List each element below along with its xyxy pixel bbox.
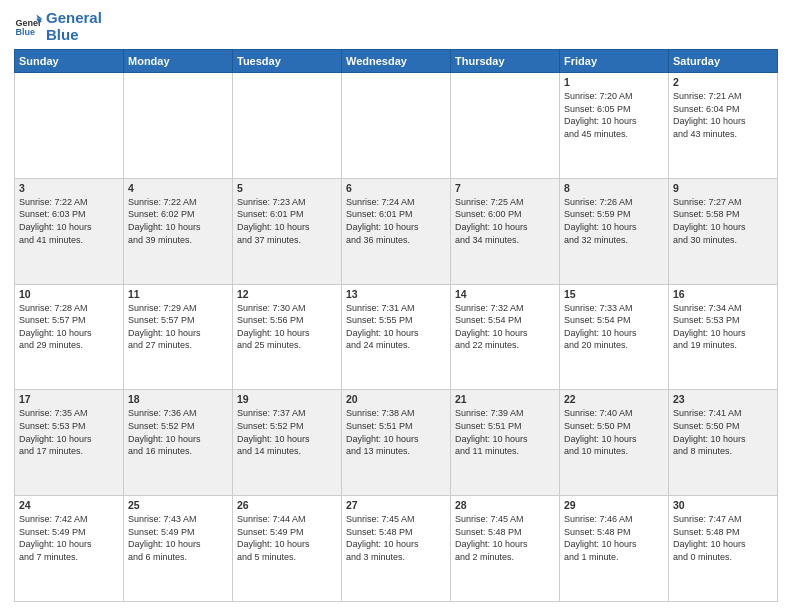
day-number: 25 bbox=[128, 499, 228, 511]
day-number: 16 bbox=[673, 288, 773, 300]
day-info: Sunrise: 7:28 AM Sunset: 5:57 PM Dayligh… bbox=[19, 302, 119, 352]
calendar-cell: 11Sunrise: 7:29 AM Sunset: 5:57 PM Dayli… bbox=[124, 284, 233, 390]
day-info: Sunrise: 7:31 AM Sunset: 5:55 PM Dayligh… bbox=[346, 302, 446, 352]
calendar-cell: 12Sunrise: 7:30 AM Sunset: 5:56 PM Dayli… bbox=[233, 284, 342, 390]
day-number: 1 bbox=[564, 76, 664, 88]
calendar-cell bbox=[15, 73, 124, 179]
day-info: Sunrise: 7:21 AM Sunset: 6:04 PM Dayligh… bbox=[673, 90, 773, 140]
day-info: Sunrise: 7:22 AM Sunset: 6:03 PM Dayligh… bbox=[19, 196, 119, 246]
day-info: Sunrise: 7:32 AM Sunset: 5:54 PM Dayligh… bbox=[455, 302, 555, 352]
day-info: Sunrise: 7:27 AM Sunset: 5:58 PM Dayligh… bbox=[673, 196, 773, 246]
calendar-week-1: 1Sunrise: 7:20 AM Sunset: 6:05 PM Daylig… bbox=[15, 73, 778, 179]
calendar-cell: 21Sunrise: 7:39 AM Sunset: 5:51 PM Dayli… bbox=[451, 390, 560, 496]
day-number: 10 bbox=[19, 288, 119, 300]
day-number: 14 bbox=[455, 288, 555, 300]
day-number: 18 bbox=[128, 393, 228, 405]
weekday-header-row: SundayMondayTuesdayWednesdayThursdayFrid… bbox=[15, 50, 778, 73]
calendar-cell: 9Sunrise: 7:27 AM Sunset: 5:58 PM Daylig… bbox=[669, 178, 778, 284]
day-number: 19 bbox=[237, 393, 337, 405]
day-info: Sunrise: 7:43 AM Sunset: 5:49 PM Dayligh… bbox=[128, 513, 228, 563]
calendar-cell: 20Sunrise: 7:38 AM Sunset: 5:51 PM Dayli… bbox=[342, 390, 451, 496]
calendar-cell: 29Sunrise: 7:46 AM Sunset: 5:48 PM Dayli… bbox=[560, 496, 669, 602]
day-info: Sunrise: 7:35 AM Sunset: 5:53 PM Dayligh… bbox=[19, 407, 119, 457]
day-info: Sunrise: 7:29 AM Sunset: 5:57 PM Dayligh… bbox=[128, 302, 228, 352]
calendar-cell: 16Sunrise: 7:34 AM Sunset: 5:53 PM Dayli… bbox=[669, 284, 778, 390]
day-number: 23 bbox=[673, 393, 773, 405]
logo-text-blue: Blue bbox=[46, 27, 102, 44]
calendar-cell: 8Sunrise: 7:26 AM Sunset: 5:59 PM Daylig… bbox=[560, 178, 669, 284]
weekday-header-sunday: Sunday bbox=[15, 50, 124, 73]
calendar-cell: 17Sunrise: 7:35 AM Sunset: 5:53 PM Dayli… bbox=[15, 390, 124, 496]
day-info: Sunrise: 7:34 AM Sunset: 5:53 PM Dayligh… bbox=[673, 302, 773, 352]
day-info: Sunrise: 7:38 AM Sunset: 5:51 PM Dayligh… bbox=[346, 407, 446, 457]
calendar-week-4: 17Sunrise: 7:35 AM Sunset: 5:53 PM Dayli… bbox=[15, 390, 778, 496]
weekday-header-thursday: Thursday bbox=[451, 50, 560, 73]
calendar-cell bbox=[342, 73, 451, 179]
weekday-header-wednesday: Wednesday bbox=[342, 50, 451, 73]
day-number: 5 bbox=[237, 182, 337, 194]
day-number: 9 bbox=[673, 182, 773, 194]
calendar-cell bbox=[124, 73, 233, 179]
day-number: 15 bbox=[564, 288, 664, 300]
calendar-table: SundayMondayTuesdayWednesdayThursdayFrid… bbox=[14, 49, 778, 602]
calendar-cell bbox=[451, 73, 560, 179]
calendar-week-5: 24Sunrise: 7:42 AM Sunset: 5:49 PM Dayli… bbox=[15, 496, 778, 602]
day-info: Sunrise: 7:46 AM Sunset: 5:48 PM Dayligh… bbox=[564, 513, 664, 563]
day-number: 28 bbox=[455, 499, 555, 511]
day-info: Sunrise: 7:26 AM Sunset: 5:59 PM Dayligh… bbox=[564, 196, 664, 246]
calendar-cell: 28Sunrise: 7:45 AM Sunset: 5:48 PM Dayli… bbox=[451, 496, 560, 602]
calendar-cell: 3Sunrise: 7:22 AM Sunset: 6:03 PM Daylig… bbox=[15, 178, 124, 284]
calendar-cell: 25Sunrise: 7:43 AM Sunset: 5:49 PM Dayli… bbox=[124, 496, 233, 602]
day-info: Sunrise: 7:41 AM Sunset: 5:50 PM Dayligh… bbox=[673, 407, 773, 457]
day-number: 11 bbox=[128, 288, 228, 300]
day-number: 4 bbox=[128, 182, 228, 194]
day-info: Sunrise: 7:47 AM Sunset: 5:48 PM Dayligh… bbox=[673, 513, 773, 563]
day-info: Sunrise: 7:30 AM Sunset: 5:56 PM Dayligh… bbox=[237, 302, 337, 352]
weekday-header-friday: Friday bbox=[560, 50, 669, 73]
day-info: Sunrise: 7:22 AM Sunset: 6:02 PM Dayligh… bbox=[128, 196, 228, 246]
day-info: Sunrise: 7:23 AM Sunset: 6:01 PM Dayligh… bbox=[237, 196, 337, 246]
calendar-cell: 14Sunrise: 7:32 AM Sunset: 5:54 PM Dayli… bbox=[451, 284, 560, 390]
day-number: 7 bbox=[455, 182, 555, 194]
calendar-cell: 2Sunrise: 7:21 AM Sunset: 6:04 PM Daylig… bbox=[669, 73, 778, 179]
calendar-cell: 15Sunrise: 7:33 AM Sunset: 5:54 PM Dayli… bbox=[560, 284, 669, 390]
day-info: Sunrise: 7:37 AM Sunset: 5:52 PM Dayligh… bbox=[237, 407, 337, 457]
day-info: Sunrise: 7:40 AM Sunset: 5:50 PM Dayligh… bbox=[564, 407, 664, 457]
calendar-cell: 24Sunrise: 7:42 AM Sunset: 5:49 PM Dayli… bbox=[15, 496, 124, 602]
day-number: 22 bbox=[564, 393, 664, 405]
day-number: 2 bbox=[673, 76, 773, 88]
page: General Blue General Blue SundayMondayTu… bbox=[0, 0, 792, 612]
logo-text: General bbox=[46, 10, 102, 27]
day-number: 27 bbox=[346, 499, 446, 511]
day-info: Sunrise: 7:45 AM Sunset: 5:48 PM Dayligh… bbox=[455, 513, 555, 563]
calendar-cell bbox=[233, 73, 342, 179]
day-info: Sunrise: 7:20 AM Sunset: 6:05 PM Dayligh… bbox=[564, 90, 664, 140]
calendar-cell: 10Sunrise: 7:28 AM Sunset: 5:57 PM Dayli… bbox=[15, 284, 124, 390]
calendar-week-2: 3Sunrise: 7:22 AM Sunset: 6:03 PM Daylig… bbox=[15, 178, 778, 284]
calendar-cell: 18Sunrise: 7:36 AM Sunset: 5:52 PM Dayli… bbox=[124, 390, 233, 496]
calendar-cell: 26Sunrise: 7:44 AM Sunset: 5:49 PM Dayli… bbox=[233, 496, 342, 602]
calendar-cell: 5Sunrise: 7:23 AM Sunset: 6:01 PM Daylig… bbox=[233, 178, 342, 284]
calendar-cell: 1Sunrise: 7:20 AM Sunset: 6:05 PM Daylig… bbox=[560, 73, 669, 179]
day-number: 3 bbox=[19, 182, 119, 194]
logo: General Blue General Blue bbox=[14, 10, 102, 43]
logo-icon: General Blue bbox=[14, 13, 42, 41]
header: General Blue General Blue bbox=[14, 10, 778, 43]
calendar-cell: 4Sunrise: 7:22 AM Sunset: 6:02 PM Daylig… bbox=[124, 178, 233, 284]
day-info: Sunrise: 7:36 AM Sunset: 5:52 PM Dayligh… bbox=[128, 407, 228, 457]
calendar-cell: 30Sunrise: 7:47 AM Sunset: 5:48 PM Dayli… bbox=[669, 496, 778, 602]
calendar-week-3: 10Sunrise: 7:28 AM Sunset: 5:57 PM Dayli… bbox=[15, 284, 778, 390]
day-number: 17 bbox=[19, 393, 119, 405]
day-number: 8 bbox=[564, 182, 664, 194]
day-info: Sunrise: 7:25 AM Sunset: 6:00 PM Dayligh… bbox=[455, 196, 555, 246]
day-info: Sunrise: 7:33 AM Sunset: 5:54 PM Dayligh… bbox=[564, 302, 664, 352]
day-number: 13 bbox=[346, 288, 446, 300]
day-number: 20 bbox=[346, 393, 446, 405]
weekday-header-monday: Monday bbox=[124, 50, 233, 73]
day-number: 6 bbox=[346, 182, 446, 194]
calendar-cell: 27Sunrise: 7:45 AM Sunset: 5:48 PM Dayli… bbox=[342, 496, 451, 602]
day-number: 21 bbox=[455, 393, 555, 405]
svg-text:Blue: Blue bbox=[15, 27, 35, 37]
day-number: 24 bbox=[19, 499, 119, 511]
day-number: 29 bbox=[564, 499, 664, 511]
